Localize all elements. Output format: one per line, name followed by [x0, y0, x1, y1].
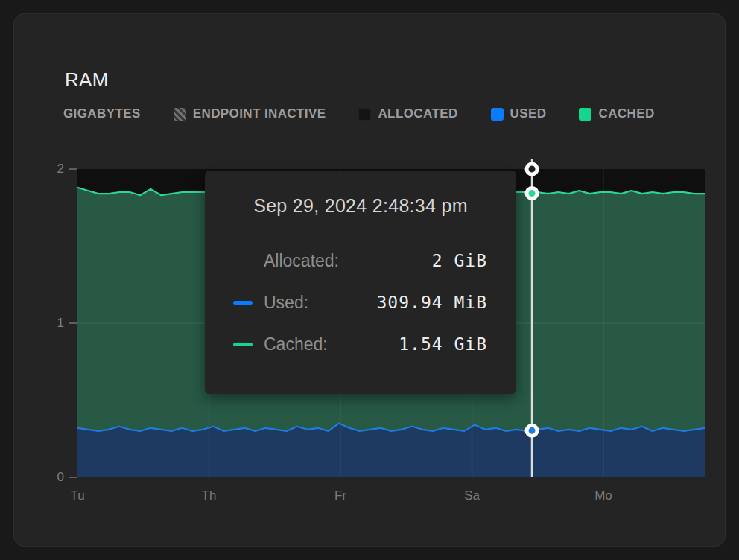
used-marker-dash-icon	[233, 301, 253, 305]
legend-item-cached[interactable]: CACHED	[579, 106, 654, 121]
used-swatch-icon	[491, 108, 504, 121]
y-tick-mark	[69, 477, 77, 478]
legend-item-used[interactable]: USED	[491, 106, 547, 121]
legend-item-label: CACHED	[598, 106, 654, 121]
cached-swatch-icon	[579, 108, 591, 121]
tooltip-row-cached: Cached: 1.54 GiB	[205, 332, 516, 356]
tooltip-row-label: Cached:	[264, 334, 328, 354]
x-tick-label: Th	[202, 489, 217, 503]
tooltip-row-label: Used:	[264, 293, 308, 313]
chart-tooltip: Sep 29, 2024 2:48:34 pm Allocated: 2 GiB…	[205, 171, 516, 394]
tooltip-row-value: 309.94 MiB	[377, 293, 487, 312]
legend-item-endpoint-inactive[interactable]: ENDPOINT INACTIVE	[174, 106, 326, 121]
tooltip-row-value: 1.54 GiB	[399, 334, 487, 354]
cached-point-marker	[527, 188, 537, 199]
tooltip-row-used: Used: 309.94 MiB	[205, 290, 516, 314]
legend-unit-label: GIGABYTES	[63, 106, 141, 121]
card-title: RAM	[65, 68, 109, 92]
tooltip-row-allocated: Allocated: 2 GiB	[205, 249, 516, 273]
x-tick-label: Sa	[464, 489, 480, 503]
y-tick-label: 2	[42, 162, 64, 176]
y-tick-label: 0	[42, 471, 64, 484]
y-tick-mark	[69, 168, 77, 170]
ram-metrics-card: RAM GIGABYTES ENDPOINT INACTIVE ALLOCATE…	[13, 13, 726, 547]
legend-item-label: ALLOCATED	[378, 106, 457, 121]
x-axis: TuThFrSaMo	[77, 489, 705, 505]
x-tick-label: Mo	[594, 489, 612, 503]
x-tick-label: Fr	[334, 489, 346, 503]
allocated-swatch-icon	[358, 108, 371, 121]
allocated-marker-dash	[233, 259, 253, 263]
legend-item-label: ENDPOINT INACTIVE	[193, 106, 326, 121]
chart-legend: GIGABYTES ENDPOINT INACTIVE ALLOCATED US…	[63, 105, 655, 123]
legend-item-label: USED	[510, 106, 547, 121]
y-tick-mark	[69, 322, 77, 324]
x-tick-label: Tu	[70, 489, 84, 503]
allocated-point-marker	[527, 164, 537, 174]
cached-marker-dash-icon	[233, 343, 253, 346]
legend-item-allocated[interactable]: ALLOCATED	[358, 106, 457, 121]
tooltip-timestamp: Sep 29, 2024 2:48:34 pm	[205, 195, 516, 217]
tooltip-row-label: Allocated:	[264, 251, 339, 271]
hatched-swatch-icon	[174, 108, 186, 121]
used-point-marker	[527, 425, 537, 436]
y-tick-label: 1	[42, 316, 64, 330]
tooltip-row-value: 2 GiB	[432, 251, 487, 270]
